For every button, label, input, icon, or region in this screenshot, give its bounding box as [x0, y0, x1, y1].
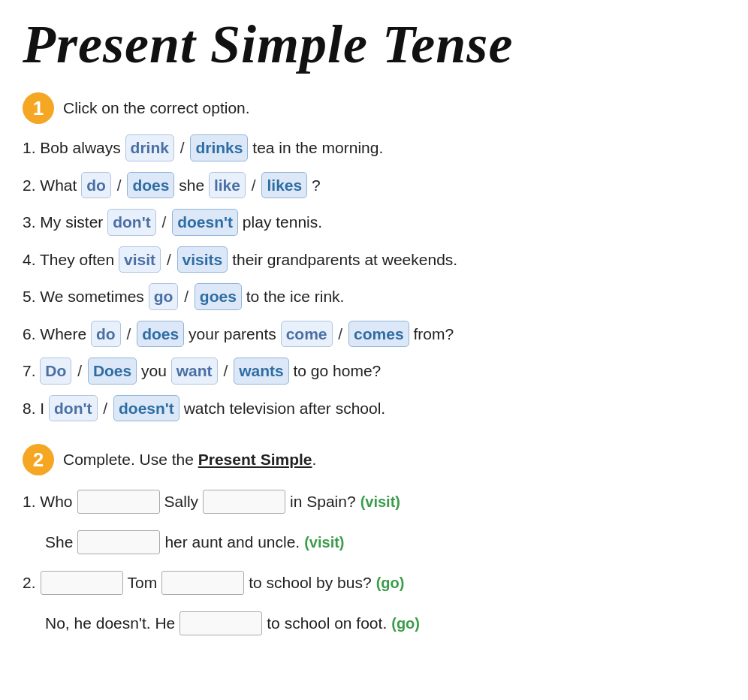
section2-instruction: Complete. Use the Present Simple.	[63, 451, 316, 469]
item-suffix: to the ice rink.	[246, 288, 345, 305]
option-word[interactable]: likes	[261, 172, 307, 199]
option-word[interactable]: like	[209, 172, 246, 199]
list-item: 6. Where do / does your parents come / c…	[23, 321, 725, 348]
list-item: 7. Do / Does you want / wants to go home…	[23, 358, 725, 385]
fill-suffix: her aunt and uncle.	[164, 527, 300, 558]
item-suffix: ?	[312, 177, 321, 194]
item-prefix: 8. I	[23, 400, 49, 417]
item-prefix: 7.	[23, 362, 40, 379]
item-suffix: from?	[413, 325, 454, 342]
list-item: 2. What do / does she like / likes ?	[23, 172, 725, 199]
list-item: 1. Bob always drink / drinks tea in the …	[23, 134, 725, 161]
section2: 2 Complete. Use the Present Simple. 1. W…	[23, 444, 725, 639]
option-word[interactable]: goes	[195, 283, 242, 310]
fill-suffix: to school by bus?	[249, 567, 371, 599]
option-word[interactable]: visits	[177, 246, 228, 273]
item-mid: she	[179, 177, 209, 194]
fill-hint: (visit)	[360, 487, 400, 517]
fill-prefix: 2.	[23, 567, 36, 599]
option-word[interactable]: come	[281, 321, 333, 348]
fill-hint: (go)	[391, 608, 420, 638]
option-word[interactable]: Does	[88, 358, 137, 385]
item-prefix: 1. Bob always	[23, 139, 125, 156]
item-suffix: play tennis.	[243, 213, 322, 231]
fill-suffix: in Spain?	[290, 486, 356, 517]
option-word[interactable]: doesn't	[113, 395, 179, 422]
section1-number: 1	[23, 92, 54, 124]
fill-mid: Tom	[128, 567, 158, 599]
fill-prefix: She	[45, 527, 73, 558]
option-word[interactable]: comes	[348, 321, 409, 348]
option-word[interactable]: does	[127, 172, 174, 199]
fill-hint: (go)	[376, 568, 405, 598]
section2-number: 2	[23, 444, 54, 475]
fill-prefix: 1. Who	[23, 486, 73, 517]
section1-instruction: Click on the correct option.	[63, 99, 250, 117]
option-word[interactable]: drinks	[190, 134, 248, 161]
item-suffix: to go home?	[294, 362, 382, 379]
option-word[interactable]: want	[171, 358, 218, 385]
fill-input-1a[interactable]	[77, 490, 160, 514]
item-prefix: 2. What	[23, 177, 81, 194]
option-word[interactable]: don't	[49, 395, 97, 422]
option-word[interactable]: Do	[40, 358, 71, 385]
fill-input-2b[interactable]	[161, 571, 244, 595]
fill-row: She her aunt and uncle. (visit)	[45, 527, 725, 558]
section2-header: 2 Complete. Use the Present Simple.	[23, 444, 725, 475]
list-item: 3. My sister don't / doesn't play tennis…	[23, 209, 725, 236]
fill-row: 1. Who Sally in Spain? (visit)	[23, 486, 725, 517]
item-mid: your parents	[189, 325, 281, 342]
section1-header: 1 Click on the correct option.	[23, 92, 725, 124]
option-word[interactable]: do	[81, 172, 111, 199]
list-item: 8. I don't / doesn't watch television af…	[23, 395, 725, 422]
list-item: 4. They often visit / visits their grand…	[23, 246, 725, 273]
section1-list: 1. Bob always drink / drinks tea in the …	[23, 134, 725, 421]
option-word[interactable]: wants	[234, 358, 289, 385]
option-word[interactable]: does	[137, 321, 184, 348]
fill-mid: Sally	[164, 486, 199, 517]
item-mid: you	[141, 362, 171, 379]
page-title: Present Simple Tense	[23, 15, 725, 74]
option-word[interactable]: do	[91, 321, 121, 348]
option-word[interactable]: doesn't	[172, 209, 238, 236]
item-prefix: 5. We sometimes	[23, 288, 149, 305]
option-word[interactable]: visit	[119, 246, 161, 273]
item-suffix: watch television after school.	[184, 400, 385, 417]
item-prefix: 6. Where	[23, 325, 91, 342]
fill-row: 2. Tom to school by bus? (go)	[23, 567, 725, 599]
option-word[interactable]: go	[149, 283, 179, 310]
fill-hint: (visit)	[304, 527, 344, 557]
item-prefix: 4. They often	[23, 251, 119, 268]
fill-input-2a[interactable]	[41, 571, 123, 595]
item-prefix: 3. My sister	[23, 213, 107, 231]
item-suffix: their grandparents at weekends.	[232, 251, 457, 268]
fill-input-1c[interactable]	[77, 530, 160, 554]
fill-prefix: No, he doesn't. He	[45, 608, 175, 639]
fill-suffix: to school on foot.	[267, 608, 387, 639]
list-item: 5. We sometimes go / goes to the ice rin…	[23, 283, 725, 310]
fill-input-2c[interactable]	[179, 611, 262, 635]
item-suffix: tea in the morning.	[252, 139, 383, 156]
option-word[interactable]: don't	[107, 209, 155, 236]
fill-row: No, he doesn't. He to school on foot. (g…	[45, 608, 725, 639]
option-word[interactable]: drink	[125, 134, 174, 161]
fill-input-1b[interactable]	[203, 490, 285, 514]
